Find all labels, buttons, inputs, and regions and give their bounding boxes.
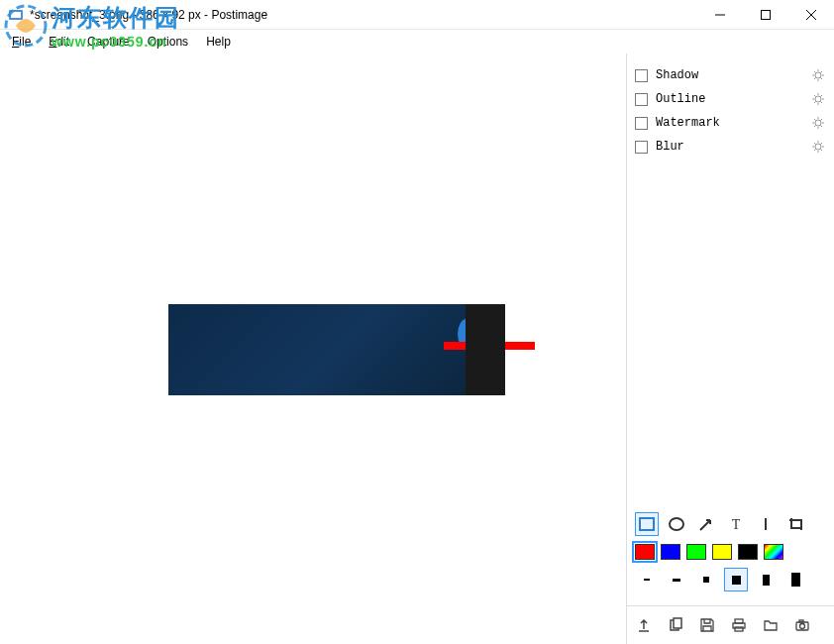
menu-help[interactable]: Help <box>198 32 239 52</box>
svg-rect-51 <box>799 620 803 622</box>
camera-icon <box>794 617 810 633</box>
canvas-area[interactable] <box>0 54 626 644</box>
checkbox-shadow[interactable] <box>635 69 648 82</box>
arrow-icon <box>698 516 714 532</box>
bottom-action-bar <box>627 605 834 644</box>
svg-point-50 <box>800 624 805 629</box>
menu-capture[interactable]: Capture <box>79 32 138 52</box>
svg-rect-48 <box>735 627 743 631</box>
minimize-icon <box>715 10 725 20</box>
maximize-button[interactable] <box>743 0 788 29</box>
effect-outline: Outline <box>635 87 826 111</box>
titlebar: *screenshot_3.png - 386 x 92 px - Postim… <box>0 0 834 30</box>
sidebar: Shadow Outline Watermark <box>626 54 834 644</box>
svg-line-20 <box>821 95 823 97</box>
upload-icon <box>636 617 652 633</box>
menu-edit[interactable]: Edit <box>41 32 77 52</box>
folder-icon <box>763 617 779 633</box>
color-custom[interactable] <box>764 544 783 560</box>
close-button[interactable] <box>788 0 834 29</box>
save-icon <box>699 617 715 633</box>
rectangle-icon <box>639 517 655 531</box>
checkbox-blur[interactable] <box>635 141 648 154</box>
svg-line-36 <box>814 143 816 145</box>
color-green[interactable] <box>686 544 706 560</box>
copy-button[interactable] <box>665 614 686 636</box>
svg-point-4 <box>815 72 821 78</box>
size-1[interactable] <box>635 568 659 591</box>
effect-blur: Blur <box>635 135 826 159</box>
color-black[interactable] <box>738 544 758 560</box>
svg-line-18 <box>814 95 816 97</box>
checkbox-watermark[interactable] <box>635 117 648 130</box>
color-red[interactable] <box>635 544 655 560</box>
size-6[interactable] <box>783 568 807 591</box>
line-icon <box>758 516 774 532</box>
annotation-red-line[interactable] <box>444 342 535 350</box>
print-icon <box>731 617 747 633</box>
size-2[interactable] <box>665 568 688 591</box>
svg-line-19 <box>821 102 823 104</box>
folder-button[interactable] <box>760 614 782 636</box>
svg-rect-45 <box>674 618 681 628</box>
camera-button[interactable] <box>791 614 813 636</box>
gear-icon[interactable] <box>812 93 826 105</box>
svg-line-21 <box>814 102 816 104</box>
label-shadow: Shadow <box>656 68 812 82</box>
svg-line-38 <box>821 143 823 145</box>
ellipse-icon <box>669 517 684 531</box>
color-yellow[interactable] <box>712 544 732 560</box>
tool-panel: T <box>627 506 834 605</box>
label-outline: Outline <box>656 92 812 106</box>
tool-line[interactable] <box>754 512 778 536</box>
menu-options[interactable]: Options <box>140 32 196 52</box>
checkbox-outline[interactable] <box>635 93 648 106</box>
size-4[interactable] <box>724 568 748 591</box>
label-watermark: Watermark <box>656 116 812 130</box>
svg-line-10 <box>821 78 823 80</box>
tool-text[interactable]: T <box>724 512 748 536</box>
window-title: *screenshot_3.png - 386 x 92 px - Postim… <box>30 8 697 22</box>
print-button[interactable] <box>728 614 750 636</box>
gear-icon[interactable] <box>812 117 826 129</box>
shape-tool-row: T <box>635 512 826 536</box>
size-row <box>635 568 826 591</box>
svg-text:T: T <box>732 517 741 532</box>
canvas-image[interactable] <box>168 304 505 395</box>
tool-ellipse[interactable] <box>665 512 688 536</box>
size-5[interactable] <box>754 568 778 591</box>
upload-button[interactable] <box>633 614 655 636</box>
svg-rect-40 <box>640 518 654 530</box>
svg-line-37 <box>821 150 823 152</box>
app-icon <box>8 7 24 23</box>
gear-icon[interactable] <box>812 141 826 153</box>
menu-file[interactable]: File <box>4 32 39 52</box>
svg-line-9 <box>814 71 816 73</box>
text-icon: T <box>728 516 744 532</box>
color-blue[interactable] <box>661 544 680 560</box>
size-3[interactable] <box>694 568 718 591</box>
svg-rect-3 <box>762 10 771 19</box>
effect-watermark: Watermark <box>635 111 826 135</box>
svg-line-27 <box>814 119 816 121</box>
maximize-icon <box>761 10 771 20</box>
gear-icon[interactable] <box>812 69 826 81</box>
svg-point-31 <box>815 144 821 150</box>
tool-rectangle[interactable] <box>635 512 659 536</box>
copy-icon <box>668 617 683 633</box>
crop-icon <box>787 516 803 532</box>
svg-rect-2 <box>11 12 21 18</box>
effects-panel: Shadow Outline Watermark <box>627 54 834 159</box>
label-blur: Blur <box>656 140 812 154</box>
svg-line-12 <box>814 78 816 80</box>
svg-line-30 <box>814 126 816 128</box>
close-icon <box>806 10 816 20</box>
tool-arrow[interactable] <box>694 512 718 536</box>
minimize-button[interactable] <box>697 0 743 29</box>
svg-line-28 <box>821 126 823 128</box>
svg-line-39 <box>814 150 816 152</box>
save-button[interactable] <box>696 614 718 636</box>
svg-point-41 <box>670 518 683 530</box>
tool-crop[interactable] <box>783 512 807 536</box>
svg-point-13 <box>815 96 821 102</box>
